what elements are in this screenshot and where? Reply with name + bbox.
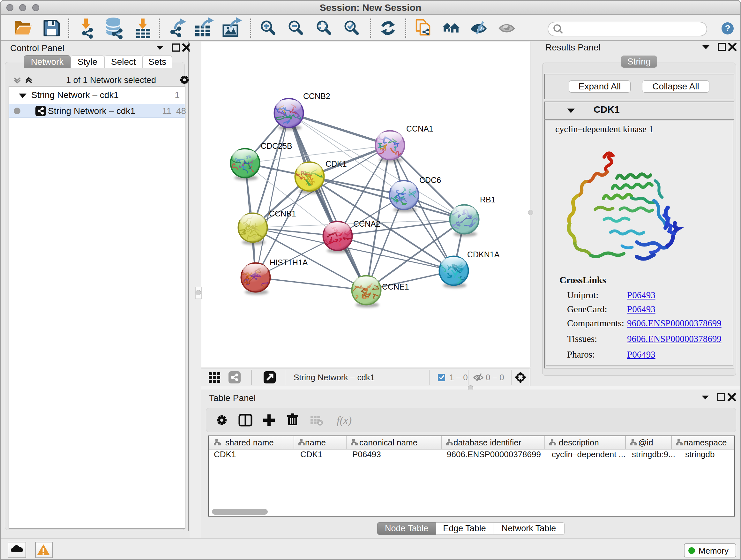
svg-text:CDC6: CDC6 (419, 176, 441, 185)
svg-text:CCNA2: CCNA2 (353, 219, 381, 228)
svg-text:RB1: RB1 (480, 195, 495, 204)
svg-text:1 – 0: 1 – 0 (449, 373, 468, 382)
svg-text:CCNB2: CCNB2 (303, 91, 330, 101)
svg-text:String Network – cdk1: String Network – cdk1 (293, 373, 375, 382)
svg-text:CCNB1: CCNB1 (269, 209, 296, 218)
svg-text:CCNE1: CCNE1 (382, 282, 409, 291)
svg-text:CCNA1: CCNA1 (406, 124, 433, 133)
svg-text:f(x): f(x) (337, 415, 352, 427)
svg-text:CDC25B: CDC25B (261, 141, 292, 150)
svg-text:CDKN1A: CDKN1A (467, 250, 500, 259)
svg-text:0 – 0: 0 – 0 (486, 373, 504, 382)
svg-text:HIST1H1A: HIST1H1A (270, 258, 308, 267)
svg-text:CDK1: CDK1 (326, 159, 347, 168)
